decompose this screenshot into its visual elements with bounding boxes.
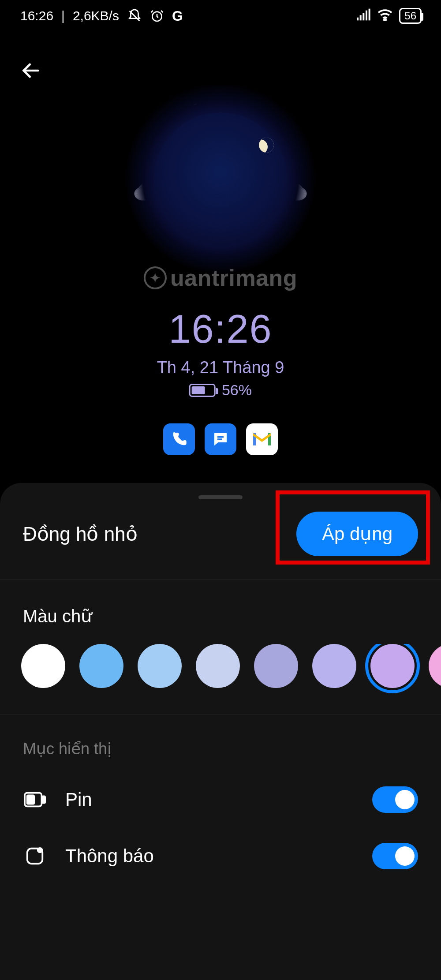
gmail-app-icon [246,423,278,455]
battery-level-icon [189,384,216,397]
item-label-notif: Thông báo [65,845,154,867]
status-left: 16:26 | 2,6KB/s G [20,8,183,24]
clock-battery: 56% [189,382,252,399]
clock-date: Th 4, 21 Tháng 9 [157,358,284,377]
color-swatch-0[interactable] [21,644,65,688]
status-separator: | [61,8,65,23]
svg-rect-2 [360,15,362,20]
status-right: 56 [357,8,422,24]
mute-icon [127,8,142,23]
wifi-icon [377,8,393,24]
sheet-title: Đồng hồ nhỏ [23,523,138,545]
color-swatch-7[interactable] [429,644,441,688]
notification-apps [163,423,278,455]
battery-icon: 56 [399,8,422,24]
status-time: 16:26 [20,8,53,23]
color-swatch-row [0,644,441,715]
svg-point-6 [384,19,386,20]
toggle-notif[interactable] [372,843,418,869]
clock-time: 16:26 [168,307,272,352]
signal-icon [357,8,371,24]
sheet-header: Đồng hồ nhỏ Áp dụng [0,512,441,580]
item-row-notif: Thông báo [23,828,418,884]
notification-outline-icon [23,844,47,868]
svg-rect-1 [357,17,359,20]
aod-preview [0,84,441,273]
toggle-pin[interactable] [372,786,418,813]
item-label-pin: Pin [65,789,92,810]
status-bar: 16:26 | 2,6KB/s G 56 [0,0,441,32]
sheet-drag-handle[interactable] [198,495,243,499]
svg-rect-30 [27,795,34,804]
color-swatch-5[interactable] [312,644,356,688]
back-button[interactable] [18,57,44,84]
messages-app-icon [205,423,236,455]
battery-level-text: 56% [222,382,252,399]
color-swatch-2[interactable] [138,644,182,688]
aod-clock: 16:26 Th 4, 21 Tháng 9 56% [157,307,284,399]
battery-outline-icon [23,788,47,812]
color-swatch-4[interactable] [254,644,298,688]
svg-rect-31 [42,796,45,803]
svg-rect-3 [363,13,365,20]
astronaut-illustration [126,84,315,273]
display-items-label: Mục hiển thị [23,740,418,771]
svg-point-33 [37,847,43,853]
color-swatch-6[interactable] [370,644,415,688]
settings-sheet: Đồng hồ nhỏ Áp dụng Màu chữ Mục hiển thị… [0,483,441,980]
svg-rect-5 [369,8,370,20]
battery-percent: 56 [404,10,416,22]
svg-rect-4 [366,10,367,20]
status-network-speed: 2,6KB/s [73,8,119,23]
google-icon: G [172,8,183,24]
item-row-pin: Pin [23,771,418,828]
alarm-icon [150,9,164,23]
color-swatch-3[interactable] [196,644,240,688]
color-swatch-1[interactable] [79,644,123,688]
phone-app-icon [163,423,195,455]
text-color-label: Màu chữ [0,580,441,644]
apply-button[interactable]: Áp dụng [296,512,418,556]
moon-icon [259,138,274,153]
